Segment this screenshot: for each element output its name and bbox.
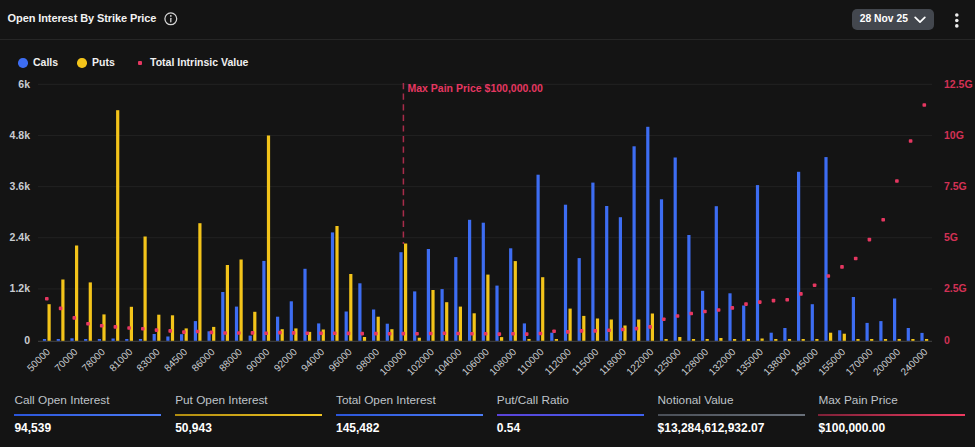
svg-text:0: 0 (24, 334, 30, 346)
svg-text:200000: 200000 (871, 346, 903, 378)
svg-text:5G: 5G (944, 231, 958, 243)
svg-text:112000: 112000 (542, 346, 573, 377)
svg-text:132000: 132000 (706, 346, 738, 378)
svg-text:94000: 94000 (299, 346, 327, 374)
svg-text:118000: 118000 (597, 346, 628, 377)
svg-text:Max Pain Price $100,000.00: Max Pain Price $100,000.00 (408, 82, 544, 94)
svg-text:110000: 110000 (515, 346, 546, 377)
svg-text:2.4k: 2.4k (10, 231, 31, 243)
svg-text:12.5G: 12.5G (944, 78, 973, 90)
svg-text:106000: 106000 (460, 346, 492, 378)
svg-text:88000: 88000 (217, 346, 245, 374)
svg-text:125000: 125000 (652, 346, 684, 378)
svg-text:155000: 155000 (816, 346, 848, 378)
svg-text:70000: 70000 (52, 346, 80, 374)
svg-text:100000: 100000 (377, 346, 409, 378)
svg-text:2.5G: 2.5G (944, 282, 967, 294)
svg-text:7.5G: 7.5G (944, 180, 967, 192)
svg-text:6k: 6k (18, 78, 30, 90)
svg-text:104000: 104000 (432, 346, 464, 378)
svg-text:81000: 81000 (107, 346, 135, 374)
svg-text:135000: 135000 (734, 346, 766, 378)
svg-text:4.8k: 4.8k (10, 129, 31, 141)
svg-text:170000: 170000 (843, 346, 875, 378)
svg-text:84500: 84500 (162, 346, 190, 374)
svg-text:138000: 138000 (761, 346, 793, 378)
svg-text:102000: 102000 (405, 346, 437, 378)
svg-text:3.6k: 3.6k (10, 180, 31, 192)
svg-text:90000: 90000 (244, 346, 272, 374)
svg-text:115000: 115000 (570, 346, 601, 377)
svg-text:0: 0 (944, 334, 950, 346)
svg-text:83000: 83000 (134, 346, 162, 374)
svg-text:240000: 240000 (898, 346, 930, 378)
svg-text:108000: 108000 (487, 346, 519, 378)
svg-text:92000: 92000 (272, 346, 300, 374)
svg-text:50000: 50000 (25, 346, 53, 374)
svg-text:96000: 96000 (326, 346, 354, 374)
svg-text:145000: 145000 (789, 346, 821, 378)
svg-text:10G: 10G (944, 129, 964, 141)
svg-text:128000: 128000 (679, 346, 711, 378)
svg-text:1.2k: 1.2k (10, 282, 31, 294)
svg-text:122000: 122000 (624, 346, 656, 378)
svg-text:78000: 78000 (80, 346, 108, 374)
svg-text:86000: 86000 (189, 346, 217, 374)
